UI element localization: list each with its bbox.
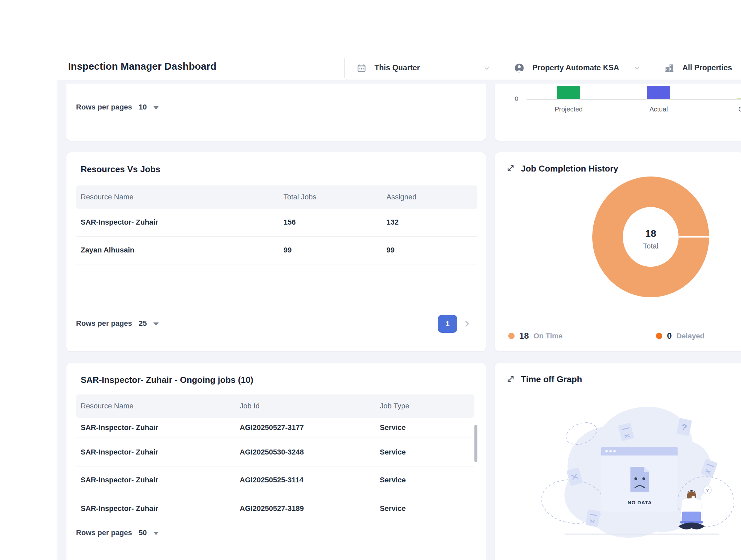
projection-chart-card: 0 Projected Actual C	[495, 84, 741, 141]
building-icon	[664, 63, 674, 73]
job-completion-card: Job Completion History 18 Total 18 On Ti…	[495, 152, 741, 352]
expand-icon[interactable]	[506, 164, 515, 174]
cell-resource-name: SAR-Inspector- Zuhair	[81, 476, 240, 484]
cell-total-jobs: 99	[283, 246, 387, 254]
table-scrollbar[interactable]	[474, 425, 477, 462]
cell-job-id: AGI20250525-3114	[240, 476, 380, 484]
rows-per-page-control[interactable]: Rows per pages 25	[76, 319, 159, 328]
cell-resource-name: SAR-Inspector- Zuhair	[81, 448, 240, 457]
cell-job-id: AGI20250527-3177	[240, 423, 380, 432]
cell-job-id: AGI20250527-3189	[240, 504, 380, 513]
resources-card-title: Resources Vs Jobs	[81, 164, 160, 174]
cell-job-type: Service	[380, 476, 474, 484]
pagination-next-icon[interactable]	[462, 319, 471, 328]
on-time-value: 18	[519, 331, 529, 341]
resources-table: Resource Name Total Jobs Assigned SAR-In…	[76, 185, 477, 264]
legend-item-on-time: 18 On Time	[508, 331, 563, 341]
table-row: SAR-Inspector- Zuhair AGI20250527-3189 S…	[76, 494, 474, 523]
time-off-title: Time off Graph	[521, 374, 582, 385]
filter-properties[interactable]: All Properties	[652, 56, 741, 80]
filter-properties-label: All Properties	[682, 63, 732, 72]
user-icon	[514, 63, 525, 73]
caret-down-icon[interactable]	[153, 532, 159, 535]
question-bubble-icon: ?	[703, 486, 712, 494]
cell-total-jobs: 156	[283, 218, 387, 227]
rows-per-page-control[interactable]: Rows per pages 10	[76, 103, 159, 111]
resources-table-header: Resource Name Total Jobs Assigned	[76, 185, 477, 209]
delayed-value: 0	[667, 331, 672, 341]
chevron-down-icon	[633, 65, 641, 73]
on-time-dot-icon	[508, 333, 515, 339]
rows-per-page-value[interactable]: 10	[139, 103, 147, 111]
cell-assigned: 132	[387, 218, 477, 227]
rows-per-page-control[interactable]: Rows per pages 50	[76, 529, 159, 537]
caret-down-icon[interactable]	[153, 106, 159, 109]
column-assigned: Assigned	[387, 193, 477, 202]
ongoing-jobs-table: Resource Name Job Id Job Type SAR-Inspec…	[76, 394, 474, 523]
category-label-actual: Actual	[635, 105, 682, 113]
column-resource-name: Resource Name	[81, 402, 240, 410]
dashboard-page: Inspection Manager Dashboard This Quarte…	[0, 0, 741, 560]
cell-assigned: 99	[387, 246, 477, 254]
on-time-label: On Time	[534, 332, 563, 340]
table-row: SAR-Inspector- Zuhair AGI20250527-3177 S…	[76, 418, 474, 438]
table-row: SAR-Inspector- Zuhair AGI20250530-3248 S…	[76, 438, 474, 467]
rows-per-page-value[interactable]: 50	[139, 529, 147, 537]
page-title: Inspection Manager Dashboard	[68, 61, 216, 72]
ongoing-jobs-card: SAR-Inspector- Zuhair - Ongoing jobs (10…	[66, 363, 486, 560]
svg-text:?: ?	[706, 488, 709, 493]
rows-per-page-label: Rows per pages	[76, 319, 132, 328]
top-table-card: Rows per pages 10	[66, 84, 486, 141]
cell-job-type: Service	[380, 448, 474, 457]
delayed-label: Delayed	[676, 332, 704, 340]
bar-cropped-category	[737, 98, 741, 99]
expand-icon[interactable]	[506, 375, 515, 385]
filter-bar: This Quarter Property Automate KSA	[344, 56, 741, 80]
resources-vs-jobs-card: Resources Vs Jobs Resource Name Total Jo…	[66, 152, 486, 352]
table-row: SAR-Inspector- Zuhair AGI20250525-3114 S…	[76, 467, 474, 494]
x-axis-line	[527, 99, 741, 100]
rows-per-page-label: Rows per pages	[76, 529, 132, 537]
table-row: SAR-Inspector- Zuhair 156 132	[76, 209, 477, 237]
column-total-jobs: Total Jobs	[283, 193, 387, 202]
cell-job-id: AGI20250530-3248	[240, 448, 380, 457]
filter-account[interactable]: Property Automate KSA	[502, 56, 653, 80]
filter-account-label: Property Automate KSA	[533, 63, 619, 72]
no-data-illustration: ?	[541, 402, 734, 555]
table-row: Zayan Alhusain 99 99	[76, 237, 477, 264]
ongoing-jobs-title: SAR-Inspector- Zuhair - Ongoing jobs (10…	[81, 375, 253, 385]
legend-item-delayed: 0 Delayed	[656, 331, 704, 341]
no-data-label: NO DATA	[627, 500, 652, 505]
bar-actual	[647, 86, 670, 99]
delayed-dot-icon	[656, 333, 662, 339]
y-axis-tick-0: 0	[505, 95, 518, 102]
filter-period-label: This Quarter	[375, 63, 420, 72]
caret-down-icon[interactable]	[153, 322, 159, 326]
rows-per-page-value[interactable]: 25	[139, 319, 147, 328]
column-resource-name: Resource Name	[81, 193, 283, 202]
donut-total-label: Total	[588, 242, 714, 250]
cell-resource-name: SAR-Inspector- Zuhair	[81, 504, 240, 513]
category-label-cropped: C	[738, 105, 741, 113]
cell-resource-name: Zayan Alhusain	[81, 246, 283, 254]
donut-total-value: 18	[588, 228, 714, 239]
time-off-card: Time off Graph ?	[495, 363, 741, 560]
bar-projected	[557, 86, 580, 99]
sad-document-icon	[630, 467, 649, 492]
rows-per-page-label: Rows per pages	[76, 103, 132, 111]
pagination-page-1-button[interactable]: 1	[438, 315, 457, 333]
cell-job-type: Service	[380, 504, 474, 513]
chevron-down-icon	[483, 65, 490, 73]
cell-resource-name: SAR-Inspector- Zuhair	[81, 218, 283, 227]
cell-job-type: Service	[380, 423, 474, 432]
column-job-id: Job Id	[240, 402, 380, 410]
column-job-type: Job Type	[380, 402, 474, 410]
filter-period[interactable]: This Quarter	[345, 56, 502, 80]
cell-resource-name: SAR-Inspector- Zuhair	[81, 423, 240, 432]
ongoing-table-header: Resource Name Job Id Job Type	[76, 394, 474, 418]
calendar-icon	[356, 63, 366, 73]
category-label-projected: Projected	[545, 105, 592, 113]
